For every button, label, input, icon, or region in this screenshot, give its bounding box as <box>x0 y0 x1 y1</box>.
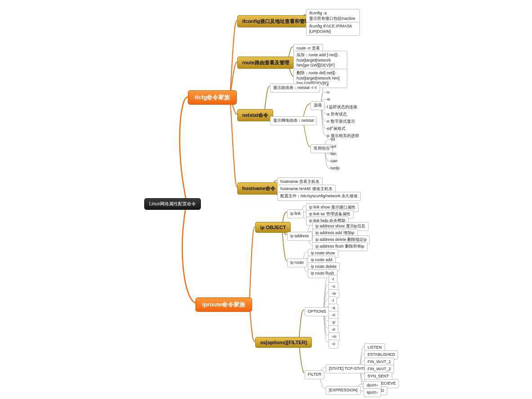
label-ip-address: ip address <box>287 232 312 241</box>
opt-l: -l 监听状态的连接 <box>326 104 358 110</box>
label-expression: [EXPRESSION] <box>326 386 361 395</box>
node-netstat[interactable]: netstat命令 <box>237 109 273 121</box>
leaf-hostname-cfg: 配置文件：/etc/sysconfig/network 永久修改 <box>277 192 361 201</box>
combo-tnl: -tnl <box>329 137 335 142</box>
label-options: 选项 <box>310 101 325 110</box>
opt-a: -a 所有状态 <box>326 111 347 117</box>
branch-ifcfg[interactable]: ifcfg命令家族 <box>188 90 237 105</box>
combo-tan: -tan <box>329 151 337 156</box>
opt-e: -e扩展格式 <box>326 126 346 132</box>
leaf-netstat-nr: 显示网络路由：netstat <box>270 116 317 125</box>
label-ip-link: ip link <box>287 209 304 218</box>
label-ip-route: ip route <box>287 258 307 267</box>
node-ifconfig[interactable]: ifconfig接口及地址查看和管理 <box>237 15 315 27</box>
expr-sport: sport= <box>364 388 381 397</box>
root-node[interactable]: Linux网络属性配置命令 <box>144 198 201 210</box>
opt-u: -u <box>326 90 329 94</box>
combo-uan: -uan <box>329 159 337 163</box>
opt-n: -n 数字形式显示 <box>326 119 355 124</box>
leaf-ifconfig-a: ifconfig -a显示所有接口包括inactive <box>306 9 360 23</box>
combo-unl: -unl <box>329 144 336 149</box>
label-ss-filter: FILTER <box>305 370 324 379</box>
label-tcp-state: [STATE] TCP-STATE <box>326 364 370 373</box>
ss-opt-10: -o <box>328 340 338 349</box>
node-hostname[interactable]: hostname命令 <box>237 182 280 195</box>
node-ss[interactable]: ss[options][FILTER] <box>255 337 312 348</box>
opt-t: -t <box>326 83 328 87</box>
leaf-netstat-rt: 显示路由表：netstat -r n <box>270 84 320 93</box>
branch-iproute[interactable]: iproute命令家族 <box>195 297 252 312</box>
leaf-ifconfig-iface: ifconfig IFACE IP/MASK [UP|DOWN] <box>306 22 360 36</box>
combo-tunlp: -tunlp <box>329 166 340 170</box>
label-ss-options: OPTIONS <box>305 307 329 316</box>
node-route[interactable]: route路由查看及管理 <box>237 57 294 69</box>
opt-w: -w <box>326 97 330 102</box>
node-ip-object[interactable]: ip OBJECT <box>255 222 291 233</box>
leaf-route-add: 添加：route add [-net][-host]target[network… <box>293 51 347 70</box>
